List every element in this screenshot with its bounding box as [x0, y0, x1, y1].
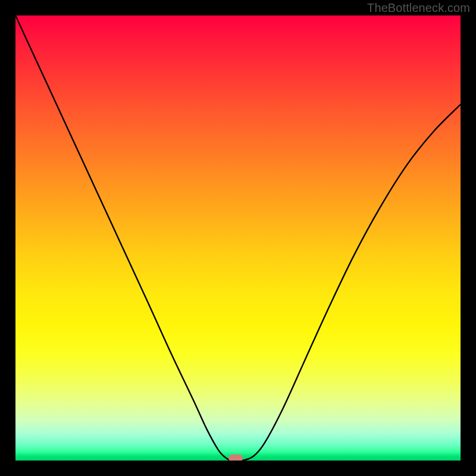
curve-svg [15, 15, 461, 461]
plot-area [15, 15, 461, 461]
attribution-text: TheBottleneck.com [367, 1, 470, 15]
bottleneck-curve-path [15, 15, 461, 461]
minimum-marker [228, 455, 243, 461]
outer-frame: TheBottleneck.com [0, 0, 476, 476]
